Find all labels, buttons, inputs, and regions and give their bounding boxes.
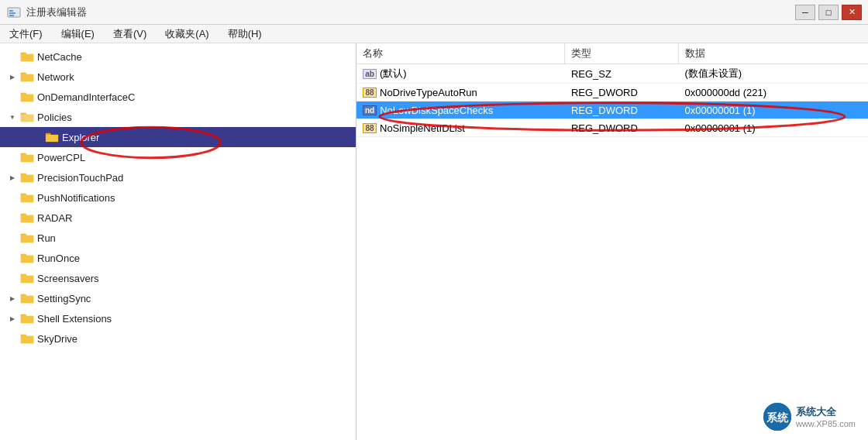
folder-icon-explorer [45,131,59,143]
folder-icon-runonce [20,252,34,264]
svg-rect-3 [9,15,14,16]
expand-precisiontouchpad[interactable] [6,171,19,184]
folder-icon-policies [20,111,34,123]
label-pushnotifications: PushNotifications [37,192,115,204]
tree-panel-wrapper: NetCache Network OnDemandInterfaceC [0,43,356,440]
registry-table: 名称 类型 数据 ab (默认) REG_SZ [356,43,868,137]
reg-name-default: ab (默认) [356,64,565,84]
label-settingsync: SettingSync [37,293,91,304]
label-radar: RADAR [37,212,73,224]
label-shellextensions: Shell Extensions [37,313,112,325]
tree-item-shellextensions[interactable]: Shell Extensions [0,308,356,328]
folder-icon-powercpl [20,151,34,163]
tree-item-policies[interactable]: Policies [0,107,356,127]
expand-shellextensions[interactable] [6,312,19,325]
expand-settingsync[interactable] [6,292,19,304]
registry-panel[interactable]: 名称 类型 数据 ab (默认) REG_SZ [356,43,868,440]
reg-name-nosimple: 88 NoSimpleNetIDList [356,119,565,137]
watermark-site-url: www.XP85.com [796,419,856,428]
reg-data-nolowdisk: 0x00000001 (1) [679,101,868,119]
tree-item-skydrive[interactable]: SkyDrive [0,328,356,349]
col-header-name[interactable]: 名称 [356,43,565,64]
tree-item-explorer[interactable]: Explorer [0,127,356,147]
svg-rect-1 [9,10,13,12]
watermark-site-name: 系统大全 [796,405,856,419]
tree-item-powercpl[interactable]: PowerCPL [0,147,356,167]
col-header-type[interactable]: 类型 [565,43,679,64]
menu-favorites[interactable]: 收藏夹(A) [162,26,212,43]
folder-icon-shellextensions [20,312,34,325]
reg-type-default: REG_SZ [565,64,679,84]
reg-row-nodrive[interactable]: 88 NoDriveTypeAutoRun REG_DWORD 0x000000… [356,84,868,101]
reg-row-nosimple[interactable]: 88 NoSimpleNetIDList REG_DWORD 0x0000000… [356,119,868,137]
folder-icon-skydrive [20,332,34,345]
watermark-logo: 系统 [763,403,791,431]
tree-item-network[interactable]: Network [0,67,356,87]
reg-data-nodrive: 0x000000dd (221) [679,84,868,101]
expand-network[interactable] [6,70,19,83]
tree-item-ondemand[interactable]: OnDemandInterfaceC [0,87,356,107]
tree-item-radar[interactable]: RADAR [0,208,356,228]
menu-bar: 文件(F) 编辑(E) 查看(V) 收藏夹(A) 帮助(H) [0,25,868,43]
label-explorer: Explorer [62,132,99,143]
tree-item-pushnotifications[interactable]: PushNotifications [0,187,356,208]
tree-item-run[interactable]: Run [0,228,356,248]
folder-icon-pushnotifications [20,191,34,204]
label-netcache: NetCache [37,51,82,63]
regedit-icon [6,5,22,20]
reg-type-nosimple: REG_DWORD [565,119,679,137]
label-network: Network [37,71,74,83]
reg-name-nolowdisk: nd NoLowDiskSpaceChecks [356,101,565,119]
folder-icon-radar [20,211,34,224]
folder-icon-precisiontouchpad [20,171,34,184]
tree-panel[interactable]: NetCache Network OnDemandInterfaceC [0,43,356,352]
title-bar: 注册表编辑器 ─ □ ✕ [0,0,868,25]
folder-icon-screensavers [20,272,34,284]
folder-icon-netcache [20,50,34,63]
tree-item-runonce[interactable]: RunOnce [0,248,356,268]
label-runonce: RunOnce [37,253,80,264]
window-controls[interactable]: ─ □ ✕ [795,5,862,20]
tree-item-screensavers[interactable]: Screensavers [0,268,356,288]
watermark-text: 系统大全 www.XP85.com [796,405,856,428]
col-header-data[interactable]: 数据 [679,43,868,64]
main-content: NetCache Network OnDemandInterfaceC [0,43,868,440]
menu-view[interactable]: 查看(V) [110,26,150,43]
registry-panel-wrapper: 名称 类型 数据 ab (默认) REG_SZ [356,43,868,440]
label-precisiontouchpad: PrecisionTouchPad [37,172,123,184]
reg-row-nolowdisk[interactable]: nd NoLowDiskSpaceChecks REG_DWORD 0x0000… [356,101,868,119]
svg-rect-2 [9,12,16,14]
reg-type-nolowdisk: REG_DWORD [565,101,679,119]
label-skydrive: SkyDrive [37,333,78,345]
reg-type-nodrive: REG_DWORD [565,84,679,101]
folder-icon-settingsync [20,292,34,304]
expand-policies[interactable] [6,111,19,123]
label-run: Run [37,232,56,244]
reg-data-nosimple: 0x00000001 (1) [679,119,868,137]
reg-data-default: (数值未设置) [679,64,868,84]
menu-help[interactable]: 帮助(H) [225,26,265,43]
tree-item-precisiontouchpad[interactable]: PrecisionTouchPad [0,167,356,187]
label-screensavers: Screensavers [37,273,98,284]
reg-row-default[interactable]: ab (默认) REG_SZ (数值未设置) [356,64,868,84]
folder-icon-ondemand [20,91,34,103]
watermark: 系统 系统大全 www.XP85.com [757,400,862,434]
maximize-button[interactable]: □ [818,5,839,20]
title-bar-left: 注册表编辑器 [6,5,87,20]
tree-item-settingsync[interactable]: SettingSync [0,288,356,308]
label-policies: Policies [37,112,72,123]
close-button[interactable]: ✕ [842,5,862,20]
label-powercpl: PowerCPL [37,152,85,163]
menu-edit[interactable]: 编辑(E) [58,26,98,43]
tree-item-netcache[interactable]: NetCache [0,46,356,67]
folder-icon-run [20,232,34,244]
reg-name-nodrive: 88 NoDriveTypeAutoRun [356,84,565,101]
window-title: 注册表编辑器 [26,5,87,19]
folder-icon-network [20,70,34,83]
label-ondemand: OnDemandInterfaceC [37,91,135,103]
svg-text:系统: 系统 [766,411,789,424]
minimize-button[interactable]: ─ [795,5,815,20]
menu-file[interactable]: 文件(F) [6,26,46,43]
